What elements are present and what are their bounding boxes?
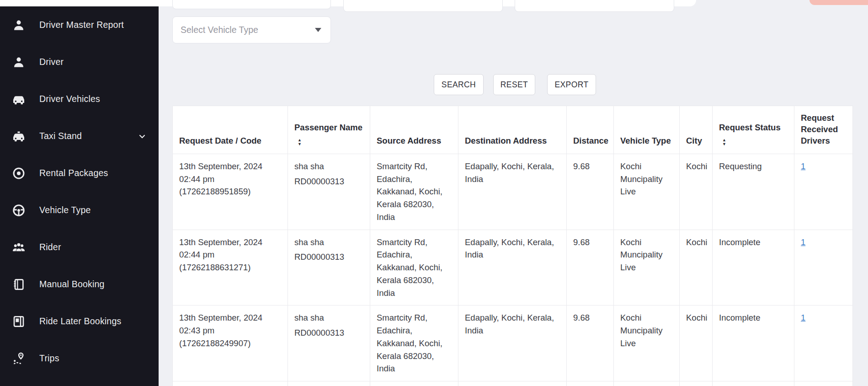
vehicle-type-icon bbox=[11, 203, 27, 218]
received-drivers-link[interactable]: 1 bbox=[801, 161, 805, 171]
cell-destination-address: Edapally, Kochi, Kerala, India bbox=[458, 306, 567, 381]
cell-request-date-code: 13th September, 2024 02:44 pm(1726218895… bbox=[173, 154, 288, 230]
chevron-down-icon bbox=[315, 28, 321, 32]
sidebar-item-label: Manual Booking bbox=[39, 279, 147, 290]
received-drivers-link[interactable]: 1 bbox=[801, 313, 805, 322]
trips-icon bbox=[11, 351, 27, 366]
cell-passenger-name: sha shaRD00000313 bbox=[288, 230, 370, 306]
search-button[interactable]: SEARCH bbox=[434, 74, 484, 95]
cell-request-date-code: 13th September, 2024 02:44 pm(1726218863… bbox=[173, 230, 288, 306]
cell-received-drivers: 1 bbox=[794, 306, 853, 381]
sidebar-item-trips[interactable]: Trips bbox=[0, 340, 159, 377]
cell-source-address: Smartcity Rd, Edachira, Kakkanad, Kochi,… bbox=[370, 306, 458, 381]
cell-distance: 9.68 bbox=[567, 154, 614, 230]
sort-icon[interactable]: ▲▼ bbox=[298, 138, 302, 147]
col-header-passenger-name[interactable]: Passenger Name▲▼ bbox=[288, 106, 370, 154]
cell-request-date-code: 13th September, 2024 02:43 pm(1726218824… bbox=[173, 306, 288, 381]
sidebar-item-label: Vehicle Type bbox=[39, 205, 147, 215]
table-row-partial bbox=[173, 381, 853, 386]
reset-button[interactable]: RESET bbox=[493, 74, 535, 95]
table-row: 13th September, 2024 02:44 pm(1726218863… bbox=[173, 230, 853, 306]
sidebar-item-label: Trips bbox=[39, 353, 147, 364]
taxi-stand-icon bbox=[11, 129, 27, 144]
filter-input-partial-1[interactable] bbox=[172, 0, 331, 9]
driver-icon bbox=[11, 54, 27, 70]
col-header-source-address: Source Address bbox=[370, 106, 458, 154]
cell-destination-address: Edapally, Kochi, Kerala, India bbox=[458, 230, 567, 306]
col-header-vehicle-type: Vehicle Type bbox=[614, 106, 680, 154]
header-accent-pill bbox=[809, 0, 868, 5]
cell-distance: 9.68 bbox=[567, 306, 614, 381]
cell-received-drivers: 1 bbox=[794, 230, 853, 306]
rental-packages-icon bbox=[11, 166, 27, 181]
chevron-down-icon bbox=[138, 132, 147, 141]
sidebar-item-driver-master-report[interactable]: Driver Master Report bbox=[0, 6, 159, 43]
received-drivers-link[interactable]: 1 bbox=[801, 237, 805, 247]
cell-distance: 9.68 bbox=[567, 230, 614, 306]
col-header-destination-address: Destination Address bbox=[458, 106, 567, 154]
table-row: 13th September, 2024 02:44 pm(1726218895… bbox=[173, 154, 853, 230]
ride-later-icon bbox=[11, 314, 27, 329]
cell-destination-address: Edapally, Kochi, Kerala, India bbox=[458, 154, 567, 230]
sidebar-item-label: Driver bbox=[39, 57, 147, 67]
cell-source-address: Smartcity Rd, Edachira, Kakkanad, Kochi,… bbox=[370, 154, 458, 230]
col-header-request-date-code: Request Date / Code bbox=[173, 106, 288, 154]
cell-vehicle-type: Kochi Muncipality Live bbox=[614, 230, 680, 306]
sidebar-item-label: Driver Vehicles bbox=[39, 94, 147, 104]
cell-request-status: Incomplete bbox=[713, 230, 794, 306]
sidebar-item-ride-later-bookings[interactable]: Ride Later Bookings bbox=[0, 303, 159, 340]
col-header-request-received-drivers: Request Received Drivers bbox=[794, 106, 853, 154]
sidebar-item-taxi-stand[interactable]: Taxi Stand bbox=[0, 118, 159, 155]
cell-passenger-name: sha shaRD00000313 bbox=[288, 154, 370, 230]
sidebar-item-rental-packages[interactable]: Rental Packages bbox=[0, 155, 159, 192]
col-header-distance: Distance bbox=[567, 106, 614, 154]
cell-city: Kochi bbox=[680, 154, 713, 230]
manual-booking-icon bbox=[11, 277, 27, 292]
page: { "theme": { "sidebar_bg": "#17171f", "p… bbox=[0, 0, 868, 386]
sidebar-item-label: Driver Master Report bbox=[39, 20, 147, 30]
vehicle-type-select-placeholder: Select Vehicle Type bbox=[181, 25, 258, 35]
sidebar-item-vehicle-type[interactable]: Vehicle Type bbox=[0, 192, 159, 229]
driver-report-icon bbox=[11, 17, 27, 33]
cell-city: Kochi bbox=[680, 230, 713, 306]
sidebar-item-label: Taxi Stand bbox=[39, 131, 125, 141]
cell-source-address: Smartcity Rd, Edachira, Kakkanad, Kochi,… bbox=[370, 230, 458, 306]
sidebar-item-rider[interactable]: Rider bbox=[0, 229, 159, 266]
sidebar-item-driver[interactable]: Driver bbox=[0, 43, 159, 80]
vehicle-type-select[interactable]: Select Vehicle Type bbox=[172, 16, 331, 43]
cell-request-status: Incomplete bbox=[713, 306, 794, 381]
cell-passenger-name: sha shaRD00000313 bbox=[288, 306, 370, 381]
sidebar-item-driver-vehicles[interactable]: Driver Vehicles bbox=[0, 80, 159, 118]
rider-icon bbox=[11, 240, 27, 255]
cell-request-status: Requesting bbox=[713, 154, 794, 230]
table-row: 13th September, 2024 02:43 pm(1726218824… bbox=[173, 306, 853, 381]
cell-vehicle-type: Kochi Muncipality Live bbox=[614, 306, 680, 381]
cell-vehicle-type: Kochi Muncipality Live bbox=[614, 154, 680, 230]
col-header-city: City bbox=[680, 106, 713, 154]
col-header-request-status[interactable]: Request Status▲▼ bbox=[713, 106, 794, 154]
filter-input-partial-3[interactable] bbox=[515, 0, 674, 12]
requests-table: Request Date / Code Passenger Name▲▼ Sou… bbox=[172, 106, 853, 386]
driver-vehicles-icon bbox=[11, 91, 27, 107]
sidebar-item-label: Rider bbox=[39, 242, 147, 252]
cell-city: Kochi bbox=[680, 306, 713, 381]
sidebar-item-label: Rental Packages bbox=[39, 168, 147, 178]
sidebar-item-label: Ride Later Bookings bbox=[39, 316, 147, 327]
filter-input-partial-2[interactable] bbox=[343, 0, 503, 12]
sort-icon[interactable]: ▲▼ bbox=[722, 138, 726, 147]
cell-received-drivers: 1 bbox=[794, 154, 853, 230]
sidebar-item-manual-booking[interactable]: Manual Booking bbox=[0, 266, 159, 303]
table-header-row: Request Date / Code Passenger Name▲▼ Sou… bbox=[173, 106, 853, 154]
export-button[interactable]: EXPORT bbox=[547, 74, 596, 95]
sidebar: Driver Master Report Driver Driver Vehic… bbox=[0, 6, 159, 386]
